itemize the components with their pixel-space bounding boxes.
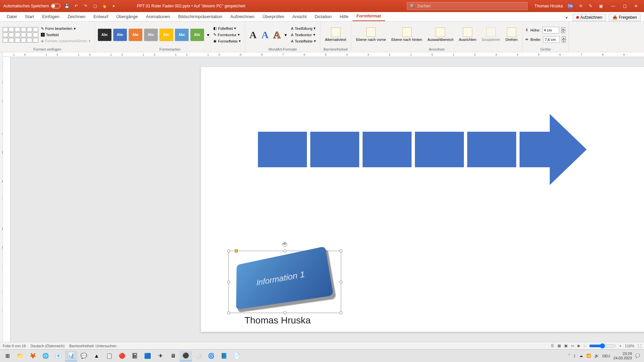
style-swatch[interactable]: Abc (128, 28, 143, 41)
shape-thumb[interactable] (15, 27, 20, 32)
tab-ansicht[interactable]: Ansicht (288, 12, 311, 21)
style-gallery[interactable]: Abc Abc Abc Abc Abc Abc Abc (98, 28, 204, 41)
chrome-icon[interactable]: 🌐 (40, 351, 52, 361)
tab-dictation[interactable]: Dictation (311, 12, 336, 21)
info-3d-shape[interactable]: Information 1 (231, 253, 338, 310)
text-outline-button[interactable]: A Textkontur ▾ (289, 32, 317, 38)
arrow-process-shape[interactable] (258, 114, 587, 185)
shape-thumb[interactable] (3, 33, 8, 37)
wordart-style[interactable]: A (248, 29, 258, 41)
accessibility-check[interactable]: Barrierefreiheit: Untersuchen (69, 344, 117, 348)
present-icon[interactable]: ▢ (92, 3, 98, 9)
zoom-in-icon[interactable]: + (619, 344, 621, 348)
rotate-button[interactable]: Drehen (503, 27, 520, 42)
shape-thumb[interactable] (27, 27, 32, 32)
tab-einfuegen[interactable]: Einfügen (38, 12, 63, 21)
shape-thumb[interactable] (15, 38, 20, 43)
clock[interactable]: 23:29 24.03.2023 (613, 352, 632, 360)
telegram-icon[interactable]: ✈ (154, 351, 166, 361)
align-button[interactable]: Ausrichten (457, 27, 478, 42)
search-box[interactable]: 🔍 (407, 2, 528, 10)
shape-thumb[interactable] (21, 33, 26, 37)
collapse-ribbon-icon[interactable]: ▾ (564, 14, 570, 20)
shape-thumb[interactable] (21, 38, 26, 43)
tab-zeichnen[interactable]: Zeichnen (63, 12, 89, 21)
zoom-slider[interactable] (589, 343, 616, 349)
width-input[interactable] (543, 36, 560, 43)
adjustment-handle[interactable] (235, 249, 238, 252)
style-swatch[interactable]: Abc (144, 28, 158, 41)
resize-handle[interactable] (283, 311, 286, 314)
tab-bildschirm[interactable]: Bildschirmpräsentation (174, 12, 226, 21)
app-icon[interactable]: 💬 (78, 351, 90, 361)
tab-datei[interactable]: Datei (3, 12, 21, 21)
arrow-segment[interactable] (310, 132, 359, 167)
style-swatch[interactable]: Abc (175, 28, 189, 41)
vlc-icon[interactable]: ▲ (91, 351, 103, 361)
arrow-segment[interactable] (258, 132, 307, 167)
firefox-icon[interactable]: 🦊 (27, 351, 39, 361)
shape-thumb[interactable] (21, 27, 26, 32)
text-fill-button[interactable]: A Textfüllung ▾ (289, 25, 317, 31)
shape-thumb[interactable] (33, 27, 38, 32)
language[interactable]: Deutsch (Österreich) (31, 344, 64, 348)
arrow-segment[interactable] (520, 132, 550, 167)
textfield-button[interactable]: 🅰 Textfeld (40, 32, 92, 38)
bluetooth-icon[interactable]: ᛒ (574, 354, 576, 358)
bring-forward-button[interactable]: Ebene nach vorne (354, 27, 388, 42)
resize-handle[interactable] (283, 249, 286, 252)
user-avatar[interactable]: TH (567, 3, 574, 9)
spin-up[interactable]: ▴ (562, 37, 566, 40)
vscode-icon[interactable]: 🟦 (142, 351, 154, 361)
slideshow-icon[interactable]: ▶ (578, 344, 580, 348)
toggle-switch[interactable] (51, 4, 60, 8)
rotation-handle[interactable] (282, 242, 287, 247)
author-text[interactable]: Thomas Hruska (245, 315, 311, 326)
resize-handle[interactable] (227, 249, 230, 252)
normal-view-icon[interactable]: ▦ (557, 344, 561, 348)
undo-icon[interactable]: ↶ (73, 3, 79, 9)
slide-thumbnails-panel[interactable]: Standardabsc... 1 2 3 3D Modelle i... 4 … (0, 52, 3, 342)
spin-down[interactable]: ▾ (561, 30, 565, 33)
autosave-toggle[interactable]: Automatisches Speichern (3, 4, 60, 8)
app-icon[interactable]: 🔴 (116, 351, 128, 361)
minimize-button[interactable]: — (608, 1, 619, 11)
style-swatch[interactable]: Abc (159, 28, 173, 41)
shape-thumb[interactable] (3, 27, 8, 32)
wordart-style[interactable]: A (260, 29, 270, 41)
text-effects-button[interactable]: A Texteffekte ▾ (289, 38, 317, 44)
spin-down[interactable]: ▾ (562, 40, 566, 43)
app-icon[interactable]: 🖥 (167, 351, 179, 361)
slide-canvas[interactable]: Information 1 Thomas Hruska (201, 67, 644, 332)
share-button[interactable]: 📤Freigeben (609, 14, 641, 21)
arrow-segment[interactable] (467, 132, 516, 167)
app-icon[interactable]: 📘 (218, 351, 230, 361)
shape-thumb[interactable] (9, 33, 14, 37)
shape-fill-button[interactable]: ◧ Fülleffekt ▾ (212, 25, 243, 31)
style-swatch[interactable]: Abc (98, 28, 112, 41)
tab-formformat[interactable]: Formformat (353, 11, 385, 21)
shape-thumb[interactable] (3, 38, 8, 43)
app-icon[interactable]: 🌀 (205, 351, 217, 361)
maximize-button[interactable]: ▢ (619, 1, 630, 11)
app-icon[interactable]: ⚪ (193, 351, 205, 361)
onenote-icon[interactable]: 📓 (129, 351, 141, 361)
shape-thumb[interactable] (9, 38, 14, 43)
touch-icon[interactable]: 👆 (101, 3, 107, 9)
draw-icon[interactable]: ✎ (588, 3, 594, 9)
sound-icon[interactable]: 🔊 (594, 354, 599, 358)
system-tray[interactable]: ˄ ᛒ ☁ 📶 🔊 DEU 23:29 24.03.2023 💬 (568, 352, 643, 360)
style-swatch[interactable]: Abc (190, 28, 204, 41)
sync-icon[interactable]: ⟲ (578, 3, 584, 9)
edit-shape-button[interactable]: ✎ Form bearbeiten ▾ (40, 26, 92, 32)
shape-effects-button[interactable]: ◉ Formeffekte ▾ (212, 38, 243, 44)
app-icon[interactable]: 📄 (231, 351, 243, 361)
search-input[interactable] (417, 4, 525, 8)
canvas-area[interactable]: Information 1 Thomas Hruska (10, 57, 644, 342)
keyboard-layout[interactable]: DEU (602, 354, 610, 358)
notifications-icon[interactable]: 💬 (635, 354, 640, 358)
shape-thumb[interactable] (27, 33, 32, 37)
shape-thumb[interactable] (9, 27, 14, 32)
start-button[interactable]: ⊞ (1, 351, 13, 361)
height-input[interactable] (542, 27, 559, 34)
